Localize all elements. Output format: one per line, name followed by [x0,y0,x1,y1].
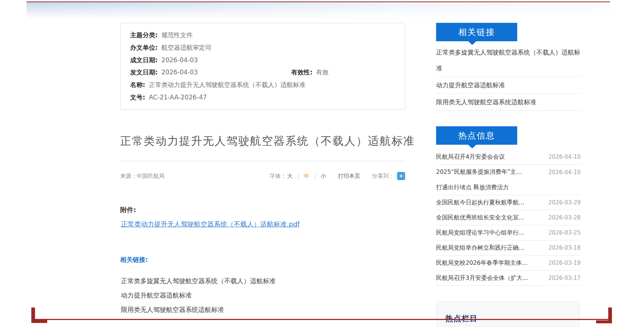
sidebar-hot-news-title: 热点信息 [458,130,495,141]
font-size-label: 字体： [270,173,286,180]
written-date-value: 2026-04-03 [161,56,198,64]
hot-news-link[interactable]: 2025“民航服务提振消费年”主... [436,168,545,176]
source-text: 来源：中国民航局 [120,173,164,180]
hot-news-link[interactable]: 民航局召开3月安委会全体（扩大... [436,274,545,282]
office-label: 办文单位: [130,44,158,51]
sidebar-hot-news-list: 民航局召开4月安委会会议 2026-04-10 2025“民航服务提振消费年”主… [436,150,581,286]
hot-news-row: 民航局召开3月安委会全体（扩大... 2026-03-17 [436,271,581,286]
hot-news-link[interactable]: 民航局党组举办树立和践行正确... [436,244,545,252]
hot-news-date: 2026-04-10 [549,154,581,160]
related-link[interactable]: 动力提升航空器适航标准 [121,288,406,303]
hot-news-date: 2026-03-17 [549,275,581,281]
sidebar-related-link[interactable]: 动力提升航空器适航标准 [436,77,581,93]
sidebar-hot-news-header: 热点信息 [436,126,517,145]
info-row-office: 办文单位:航空器适航审定司 [130,43,395,52]
sidebar-related-links-title: 相关链接 [458,27,495,38]
hot-news-line1: 2025“民航服务提振消费年”主... 2026-04-10 [436,165,581,180]
share-to-label: 分享到： [372,173,394,180]
info-row-subject: 主题分类:规范性文件 [130,31,395,39]
issue-date-value: 2026-04-03 [161,68,198,76]
info-row-issue-date: 发文日期:2026-04-03有效性:有效 [130,68,395,77]
top-banner-image [27,1,610,20]
list-item: 限用类无人驾驶航空器系统适航标准 [436,94,581,111]
sidebar-related-link[interactable]: 正常类多旋翼无人驾驶航空器系统（不载人）适航标准 [436,45,581,76]
hot-news-date: 2026-03-29 [549,199,581,206]
bottom-crop-line [35,319,609,320]
sidebar-related-link[interactable]: 限用类无人驾驶航空器系统适航标准 [436,94,581,110]
hot-news-link-line2[interactable]: 打通出行堵点 释放消费活力 [436,184,509,191]
divider-pipe: ｜ [296,173,301,180]
bottom-left-crop-mark [31,320,47,323]
hot-news-row: 民航局召开4月安委会会议 2026-04-10 [436,150,581,165]
font-size-large-button[interactable]: 大 [287,173,293,180]
related-links-list: 正常类多旋翼无人驾驶航空器系统（不载人）适航标准 动力提升航空器适航标准 限用类… [121,274,406,317]
doc-number-label: 文号: [130,94,145,101]
hot-news-date: 2026-03-28 [549,214,581,221]
issue-date-label: 发文日期: [130,68,158,76]
share-plus-icon[interactable]: + [397,172,405,180]
font-size-medium-button[interactable]: 中 [304,173,309,180]
attachment-label: 附件: [120,205,136,214]
hot-news-link[interactable]: 民航局召开4月安委会会议 [436,153,545,161]
document-info-box: 主题分类:规范性文件 办文单位:航空器适航审定司 成文日期:2026-04-03… [120,23,405,110]
validity-label: 有效性: [291,68,313,76]
related-link[interactable]: 限用类无人驾驶航空器系统适航标准 [121,303,406,317]
related-link[interactable]: 正常类多旋翼无人驾驶航空器系统（不载人）适航标准 [121,274,406,288]
hot-news-date: 2026-03-19 [549,260,581,266]
hot-news-link[interactable]: 民航局党校2026年春季学期主体... [436,259,545,267]
sidebar-related-links-list: 正常类多旋翼无人驾驶航空器系统（不载人）适航标准 动力提升航空器适航标准 限用类… [436,44,581,111]
divider-pipe: ｜ [312,173,318,180]
written-date-label: 成文日期: [130,56,158,64]
subject-value: 规范性文件 [161,31,193,39]
list-item: 动力提升航空器适航标准 [436,77,581,94]
hot-news-link[interactable]: 全国民航今日起执行夏秋航季航... [436,199,545,207]
hot-news-date: 2026-04-10 [549,169,581,176]
bottom-right-crop-mark [596,320,612,323]
info-row-doc-number: 文号:AC-21-AA-2026-47 [130,93,395,102]
font-size-small-button[interactable]: 小 [321,173,326,180]
hot-news-row: 民航局党组举办树立和践行正确... 2026-03-18 [436,240,581,256]
name-label: 名称: [130,81,145,88]
validity-value: 有效 [316,68,329,76]
title-divider [120,161,405,161]
name-value: 正常类动力提升无人驾驶航空器系统（不载人）适航标准 [149,81,306,88]
sidebar-related-links-header: 相关链接 [436,23,517,41]
sidebar-hot-columns-box: 热点栏目 [436,301,580,327]
issue-date-field: 发文日期:2026-04-03 [130,68,291,77]
hot-news-row: 民航局党组理论学习中心组举行... 2026-03-25 [436,225,581,240]
hot-news-link[interactable]: 民航局党组理论学习中心组举行... [436,229,545,237]
print-page-button[interactable]: 打印本页 [338,173,360,180]
caac-document-page: 主题分类:规范性文件 办文单位:航空器适航审定司 成文日期:2026-04-03… [0,0,644,327]
hot-news-date: 2026-03-25 [549,229,581,236]
hot-news-date: 2026-03-18 [549,245,581,251]
hot-news-row: 全国民航今日起执行夏秋航季航... 2026-03-29 [436,195,581,210]
sidebar-hot-columns-title: 热点栏目 [445,313,478,324]
attachment-pdf-link[interactable]: 正常类动力提升无人驾驶航空器系统（不载人）适航标准.pdf [121,220,300,229]
page-title: 正常类动力提升无人驾驶航空器系统（不载人）适航标准 [120,134,405,149]
article-meta-bar: 来源：中国民航局 字体： 大 ｜ 中 ｜ 小 打印本页 分享到： + [120,171,405,181]
hot-news-row: 全国民航优秀班组长安全文化宣... 2026-03-28 [436,210,581,225]
article-tools: 字体： 大 ｜ 中 ｜ 小 打印本页 分享到： + [270,172,405,180]
list-item: 正常类多旋翼无人驾驶航空器系统（不载人）适航标准 [436,44,581,77]
doc-number-value: AC-21-AA-2026-47 [149,94,207,101]
hot-news-link[interactable]: 全国民航优秀班组长安全文化宣... [436,214,545,222]
info-row-written-date: 成文日期:2026-04-03 [130,56,395,64]
hot-news-row: 2025“民航服务提振消费年”主... 2026-04-10 打通出行堵点 释放… [436,165,581,195]
subject-label: 主题分类: [130,31,158,39]
hot-news-row: 民航局党校2026年春季学期主体... 2026-03-19 [436,256,581,271]
info-row-name: 名称:正常类动力提升无人驾驶航空器系统（不载人）适航标准 [130,81,395,89]
related-links-heading: 相关链接: [120,256,148,264]
office-value: 航空器适航审定司 [161,44,212,51]
